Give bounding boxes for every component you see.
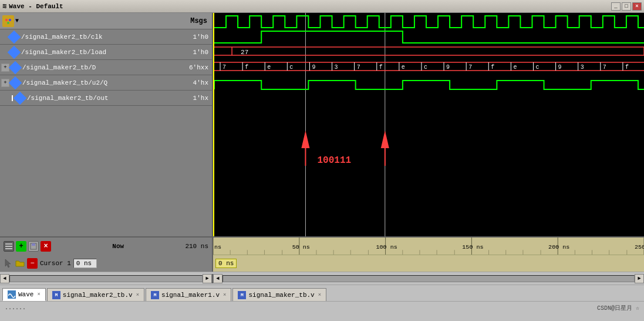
- svg-text:27: 27: [241, 49, 248, 56]
- cursor-line-main: [213, 13, 214, 236]
- svg-text:7: 7: [468, 64, 472, 71]
- svg-text:9: 9: [446, 64, 450, 71]
- wave-panel[interactable]: 27 7 f e: [213, 13, 644, 236]
- signal-header: ▼ Msgs: [0, 13, 212, 29]
- svg-rect-61: [32, 243, 35, 246]
- scroll-left-btn2[interactable]: ◄: [213, 274, 222, 283]
- signal-value-out: 1'hx: [184, 95, 211, 102]
- svg-rect-58: [5, 246, 12, 247]
- h-scroll-track-right[interactable]: [222, 275, 635, 282]
- bottom-bar: + × Now 210 ns − Cursor 1 0 ns: [0, 236, 644, 272]
- tab-signaltb[interactable]: M signal_maker_tb.v ×: [232, 288, 326, 301]
- list-icon[interactable]: [4, 241, 14, 252]
- svg-text:250 ns: 250 ns: [635, 244, 644, 250]
- tab-signal1[interactable]: M signal_maker1.v ×: [146, 288, 231, 301]
- svg-text:f: f: [379, 64, 383, 71]
- delete-icon[interactable]: ×: [41, 241, 51, 252]
- svg-rect-59: [5, 248, 12, 249]
- signal-name-q: /signal_maker2_tb/u2/Q: [22, 79, 184, 86]
- svg-point-1: [5, 19, 8, 21]
- tab-signaltb-close[interactable]: ×: [318, 292, 321, 298]
- svg-text:c: c: [424, 64, 427, 71]
- tab-icon-signal2tb: M: [52, 291, 60, 299]
- bottom-icons: + ×: [4, 241, 51, 252]
- scroll-right-btn[interactable]: ►: [203, 274, 212, 283]
- signal-row-q[interactable]: + /signal_maker2_tb/u2/Q 4'hx: [0, 75, 212, 91]
- maximize-button[interactable]: □: [622, 2, 631, 11]
- minimize-button[interactable]: _: [611, 2, 621, 11]
- left-panel: ▼ Msgs /signal_maker2_tb/clk 1'h0 /signa…: [0, 13, 213, 236]
- svg-text:9: 9: [312, 64, 315, 71]
- svg-text:ns: ns: [214, 244, 221, 250]
- cursor-icon: [4, 259, 13, 268]
- status-right: CSDN@日星月 ☆: [597, 304, 639, 312]
- h-scroll-track-left[interactable]: [9, 275, 203, 282]
- tab-icon-signaltb: M: [238, 291, 246, 299]
- svg-rect-62: [213, 238, 644, 255]
- signal-icon-load: [8, 45, 21, 59]
- svg-text:f: f: [245, 64, 248, 71]
- scroll-right-btn2[interactable]: ►: [635, 274, 644, 283]
- waveform-svg: 27 7 f e: [214, 13, 644, 236]
- wave-tab-icon: [8, 290, 16, 299]
- title-bar-icon: ≋: [2, 2, 6, 11]
- now-value: 210 ns: [185, 243, 208, 250]
- tab-wave[interactable]: Wave ×: [2, 288, 46, 301]
- svg-text:e: e: [402, 64, 405, 71]
- tab-signal2tb[interactable]: M signal_maker2_tb.v ×: [47, 288, 144, 301]
- signal-row-out[interactable]: /signal_maker2_tb/out 1'hx: [0, 91, 212, 106]
- signal-name-out: /signal_maker2_tb/out: [27, 95, 184, 102]
- tab-signal1-label: signal_maker1.v: [161, 292, 220, 299]
- svg-text:f: f: [491, 64, 494, 71]
- svg-text:c: c: [535, 64, 539, 71]
- tab-icon-signal1: M: [151, 291, 159, 299]
- svg-text:f: f: [625, 64, 629, 71]
- dropdown-arrow[interactable]: ▼: [15, 18, 19, 24]
- remove-icon[interactable]: −: [27, 258, 38, 269]
- save-icon[interactable]: [28, 241, 39, 252]
- signal-list: /signal_maker2_tb/clk 1'h0 /signal_maker…: [0, 29, 212, 236]
- add-icon[interactable]: +: [16, 241, 26, 252]
- time-badge: 0 ns: [215, 259, 237, 268]
- svg-text:100 ns: 100 ns: [376, 244, 397, 250]
- now-label: Now: [112, 243, 124, 250]
- signal-row-clk[interactable]: /signal_maker2_tb/clk 1'h0: [0, 29, 212, 45]
- tab-signal1-close[interactable]: ×: [223, 292, 226, 298]
- tab-signaltb-label: signal_maker_tb.v: [248, 292, 314, 299]
- svg-rect-4: [214, 13, 644, 236]
- signal-value-clk: 1'h0: [184, 34, 211, 41]
- svg-text:e: e: [267, 64, 271, 71]
- svg-text:7: 7: [357, 64, 360, 71]
- bottom-row1: + × Now 210 ns: [0, 238, 212, 255]
- signal-name-clk: /signal_maker2_tb/clk: [21, 34, 184, 41]
- signal-name-d: /signal_maker2_tb/D: [22, 64, 184, 71]
- svg-text:3: 3: [581, 64, 584, 71]
- svg-text:9: 9: [558, 64, 562, 71]
- svg-text:c: c: [289, 64, 293, 71]
- scroll-left-btn[interactable]: ◄: [0, 274, 9, 283]
- signal-row-load[interactable]: /signal_maker2_tb/load 1'h0: [0, 45, 212, 60]
- tab-wave-close[interactable]: ×: [37, 292, 40, 297]
- scroll-area: ◄ ► ◄ ►: [0, 272, 644, 285]
- tab-signal2tb-close[interactable]: ×: [136, 292, 139, 298]
- title-bar-buttons: _ □ ×: [611, 2, 642, 11]
- svg-text:150 ns: 150 ns: [462, 244, 483, 250]
- cursor-label: Cursor 1: [40, 260, 71, 267]
- close-button[interactable]: ×: [632, 2, 642, 11]
- signal-value-d: 6'hxx: [184, 64, 211, 71]
- palette-icon[interactable]: [2, 15, 14, 27]
- svg-text:e: e: [513, 64, 517, 71]
- bottom-right-panel: ns 50 ns 100 ns 150 ns 200 ns 250 ns: [213, 238, 644, 272]
- timeline: ns 50 ns 100 ns 150 ns 200 ns 250 ns: [213, 238, 644, 255]
- svg-text:100111: 100111: [317, 155, 351, 166]
- svg-point-2: [9, 19, 11, 21]
- title-bar-text: Wave - Default: [9, 3, 611, 10]
- folder-icon: [15, 259, 25, 268]
- svg-rect-57: [5, 243, 12, 245]
- bottom-row2: − Cursor 1 0 ns: [0, 255, 212, 272]
- signal-icon-out: [14, 91, 27, 105]
- signal-name-load: /signal_maker2_tb/load: [21, 49, 184, 56]
- signal-row-d[interactable]: + /signal_maker2_tb/D 6'hxx: [0, 60, 212, 75]
- signal-value-q: 4'hx: [184, 79, 211, 86]
- time-indicator: 0 ns: [213, 255, 644, 272]
